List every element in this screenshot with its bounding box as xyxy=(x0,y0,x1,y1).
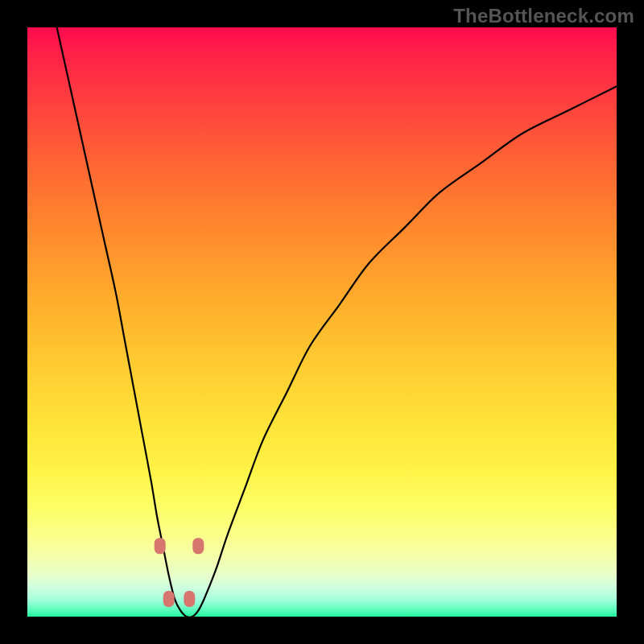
bottleneck-curve xyxy=(57,27,617,617)
plot-area xyxy=(27,27,617,617)
curve-marker xyxy=(184,591,195,607)
curve-marker xyxy=(192,538,204,554)
chart-frame: TheBottleneck.com xyxy=(0,0,644,644)
curve-marker xyxy=(163,591,175,607)
curve-group xyxy=(57,27,617,617)
watermark-text: TheBottleneck.com xyxy=(453,5,634,27)
chart-svg xyxy=(27,27,617,617)
curve-marker xyxy=(155,538,166,554)
curve-markers xyxy=(155,538,204,607)
